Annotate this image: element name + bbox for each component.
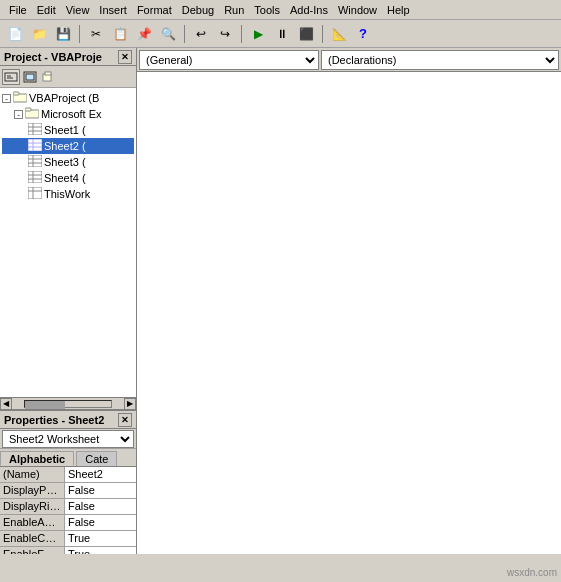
toolbar-design[interactable]: 📐 [328,23,350,45]
tree-item-sheet1[interactable]: Sheet1 ( [2,122,134,138]
declarations-dropdown[interactable]: (Declarations) [321,50,559,70]
tree-label-thisworkbook: ThisWork [44,188,90,200]
prop-grid: (Name) Sheet2 DisplayPage False DisplayR… [0,467,136,554]
toolbar-sep1 [79,25,80,43]
toolbar-save[interactable]: 💾 [52,23,74,45]
toolbar: 📄 📁 💾 ✂ 📋 📌 🔍 ↩ ↪ ▶ ⏸ ⬛ 📐 ? [0,20,561,48]
svg-rect-19 [28,155,42,167]
tree-hscroll[interactable]: ◀ ▶ [0,397,136,409]
prop-name-displayright: DisplayRight [0,499,65,514]
tree-label-sheet2: Sheet2 ( [44,140,86,152]
toggle-folders-button[interactable] [40,69,58,85]
menu-run[interactable]: Run [219,3,249,17]
prop-value-displaypage[interactable]: False [65,483,136,498]
icon-sheet1 [28,123,42,137]
hscroll-left[interactable]: ◀ [0,398,12,410]
prop-value-enablecalcu[interactable]: True [65,531,136,546]
menu-edit[interactable]: Edit [32,3,61,17]
menu-file[interactable]: File [4,3,32,17]
prop-name-enableform: EnableForm [0,547,65,554]
tree-item-vbaproject[interactable]: - VBAProject (B [2,90,134,106]
menu-tools[interactable]: Tools [249,3,285,17]
svg-rect-6 [45,72,51,75]
hscroll-track[interactable] [24,400,112,408]
project-title: Project - VBAProje [4,51,102,63]
tree-item-sheet4[interactable]: Sheet4 ( [2,170,134,186]
svg-rect-0 [5,73,17,81]
icon-thisworkbook [28,187,42,201]
hscroll-thumb[interactable] [25,401,65,409]
tree-item-msexcel[interactable]: - Microsoft Ex [2,106,134,122]
hscroll-right[interactable]: ▶ [124,398,136,410]
code-toolbar: (General) (Declarations) [137,48,561,72]
prop-value-enableautof[interactable]: False [65,515,136,530]
svg-rect-15 [28,139,42,151]
menu-bar: File Edit View Insert Format Debug Run T… [0,0,561,20]
prop-value-enableform[interactable]: True [65,547,136,554]
prop-value-name[interactable]: Sheet2 [65,467,136,482]
tree-item-sheet2[interactable]: Sheet2 ( [2,138,134,154]
toolbar-undo[interactable]: ↩ [190,23,212,45]
project-tree[interactable]: - VBAProject (B - Microsoft Ex [0,88,136,397]
toolbar-stop[interactable]: ⬛ [295,23,317,45]
prop-value-displayright[interactable]: False [65,499,136,514]
toolbar-copy[interactable]: 📋 [109,23,131,45]
properties-title: Properties - Sheet2 [4,414,104,426]
properties-panel: Properties - Sheet2 ✕ Sheet2 Worksheet A… [0,409,136,554]
tree-label-sheet4: Sheet4 ( [44,172,86,184]
svg-rect-11 [28,123,42,135]
view-code-button[interactable] [2,69,20,85]
icon-sheet3 [28,155,42,169]
object-select[interactable]: Sheet2 Worksheet [2,430,134,448]
prop-name-enableautof: EnableAutof [0,515,65,530]
project-close-button[interactable]: ✕ [118,50,132,64]
prop-row-enablecalcu: EnableCalcu True [0,531,136,547]
tree-label-vbaproject: VBAProject (B [29,92,99,104]
prop-select-row: Sheet2 Worksheet [0,429,136,449]
tree-label-sheet1: Sheet1 ( [44,124,86,136]
svg-rect-8 [13,92,19,95]
menu-view[interactable]: View [61,3,95,17]
tree-item-sheet3[interactable]: Sheet3 ( [2,154,134,170]
toolbar-sep3 [241,25,242,43]
toolbar-cut[interactable]: ✂ [85,23,107,45]
toolbar-run[interactable]: ▶ [247,23,269,45]
code-area[interactable] [137,72,561,554]
prop-row-enableautof: EnableAutof False [0,515,136,531]
view-object-button[interactable] [21,69,39,85]
expander-vbaproject[interactable]: - [2,94,11,103]
menu-help[interactable]: Help [382,3,415,17]
prop-tabs: Alphabetic Cate [0,449,136,467]
tab-alphabetic[interactable]: Alphabetic [0,451,74,466]
menu-insert[interactable]: Insert [94,3,132,17]
prop-name-enablecalcu: EnableCalcu [0,531,65,546]
toolbar-find[interactable]: 🔍 [157,23,179,45]
properties-close-button[interactable]: ✕ [118,413,132,427]
toolbar-open[interactable]: 📁 [28,23,50,45]
prop-name-displaypage: DisplayPage [0,483,65,498]
general-dropdown[interactable]: (General) [139,50,319,70]
prop-row-displaypage: DisplayPage False [0,483,136,499]
toolbar-pause[interactable]: ⏸ [271,23,293,45]
toolbar-help[interactable]: ? [352,23,374,45]
svg-rect-10 [25,108,31,111]
svg-rect-27 [28,187,42,199]
toolbar-paste[interactable]: 📌 [133,23,155,45]
prop-row-displayright: DisplayRight False [0,499,136,515]
tree-label-msexcel: Microsoft Ex [41,108,102,120]
expander-msexcel[interactable]: - [14,110,23,119]
toolbar-sep2 [184,25,185,43]
tab-categorized[interactable]: Cate [76,451,117,466]
icon-sheet2 [28,139,42,153]
menu-format[interactable]: Format [132,3,177,17]
toolbar-new[interactable]: 📄 [4,23,26,45]
prop-row-name: (Name) Sheet2 [0,467,136,483]
icon-vbaproject [13,91,27,105]
menu-addins[interactable]: Add-Ins [285,3,333,17]
tree-item-thisworkbook[interactable]: ThisWork [2,186,134,202]
svg-rect-23 [28,171,42,183]
menu-debug[interactable]: Debug [177,3,219,17]
menu-window[interactable]: Window [333,3,382,17]
project-titlebar: Project - VBAProje ✕ [0,48,136,66]
toolbar-redo[interactable]: ↪ [214,23,236,45]
